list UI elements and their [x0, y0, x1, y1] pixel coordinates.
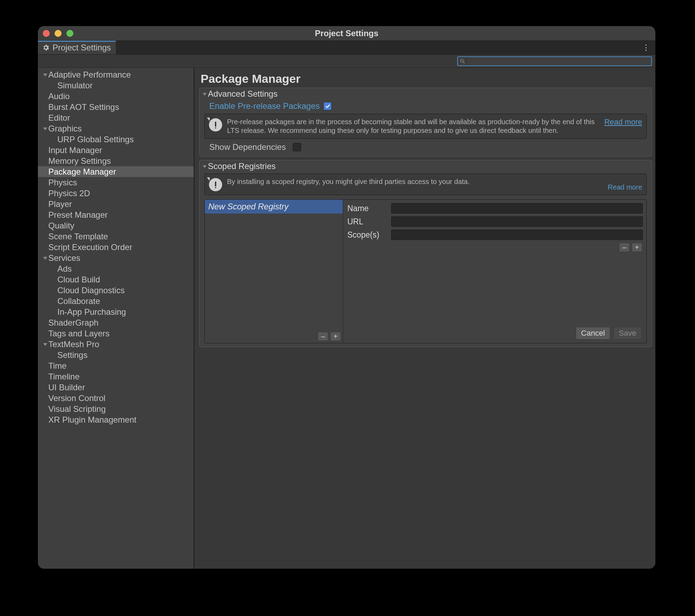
show-dependencies-checkbox[interactable]	[293, 143, 301, 151]
sidebar-item-label: Physics	[48, 178, 77, 187]
save-button[interactable]: Save	[614, 327, 641, 339]
prerelease-info-box: i Pre-release packages are in the proces…	[204, 114, 647, 139]
sidebar-item[interactable]: Simulator	[38, 80, 194, 91]
sidebar-item[interactable]: Settings	[38, 350, 194, 360]
sidebar-item[interactable]: Preset Manager	[38, 209, 194, 220]
sidebar-item[interactable]: Time	[38, 360, 194, 371]
registry-add-button[interactable]: +	[330, 332, 341, 341]
sidebar-item-label: Cloud Diagnostics	[57, 286, 124, 295]
tab-label: Project Settings	[52, 43, 111, 53]
window: Project Settings Project Settings ⋮ Adap…	[38, 26, 655, 569]
search-input-wrap[interactable]	[457, 56, 652, 66]
traffic-lights	[43, 30, 73, 37]
search-row	[38, 55, 655, 68]
section-header-scoped[interactable]: Scoped Registries	[200, 160, 652, 172]
sidebar-item[interactable]: Editor	[38, 112, 194, 123]
sidebar-item[interactable]: Visual Scripting	[38, 403, 194, 414]
sidebar-item[interactable]: Collaborate	[38, 296, 194, 306]
sidebar-item[interactable]: UI Builder	[38, 382, 194, 393]
form-label-url: URL	[347, 217, 388, 226]
tab-project-settings[interactable]: Project Settings	[38, 41, 116, 54]
sidebar-item[interactable]: Cloud Diagnostics	[38, 285, 194, 296]
main-panel: Package Manager Advanced Settings Enable…	[194, 68, 655, 569]
sidebar-item[interactable]: Cloud Build	[38, 274, 194, 285]
sidebar-item-label: Version Control	[48, 393, 105, 403]
registry-scopes-input[interactable]	[391, 230, 643, 240]
sidebar-item-label: ShaderGraph	[48, 318, 98, 328]
sidebar-item[interactable]: Services	[38, 253, 194, 263]
sidebar-item-label: Time	[48, 361, 66, 371]
sidebar-item[interactable]: Timeline	[38, 371, 194, 382]
sidebar-item[interactable]: Burst AOT Settings	[38, 102, 194, 112]
scope-remove-button[interactable]: –	[619, 243, 630, 252]
scope-add-button[interactable]: +	[632, 243, 642, 252]
search-icon	[458, 57, 467, 65]
registry-remove-button[interactable]: –	[318, 332, 328, 341]
sidebar-item[interactable]: Ads	[38, 263, 194, 274]
section-header-advanced[interactable]: Advanced Settings	[200, 88, 652, 100]
sidebar-item[interactable]: Graphics	[38, 123, 194, 134]
sidebar-item[interactable]: Memory Settings	[38, 155, 194, 166]
registry-list[interactable]: New Scoped Registry – +	[205, 200, 343, 343]
sidebar-item-label: Preset Manager	[48, 210, 108, 220]
sidebar-item[interactable]: Player	[38, 199, 194, 209]
sidebar-item[interactable]: Script Execution Order	[38, 242, 194, 253]
sidebar-item[interactable]: Version Control	[38, 393, 194, 403]
registry-name-input[interactable]	[391, 203, 643, 214]
kebab-menu-icon[interactable]: ⋮	[640, 41, 652, 54]
sidebar-item[interactable]: TextMesh Pro	[38, 339, 194, 350]
registry-form: Name URL Scope(s)	[347, 200, 646, 343]
search-input[interactable]	[467, 57, 651, 65]
read-more-link[interactable]: Read more	[608, 183, 642, 191]
sidebar-item[interactable]: Adaptive Performance	[38, 69, 194, 80]
chevron-down-icon[interactable]	[42, 256, 48, 260]
sidebar-item[interactable]: Package Manager	[38, 166, 194, 177]
sidebar-item-label: Audio	[48, 91, 70, 101]
read-more-link[interactable]: Read more	[604, 118, 642, 127]
sidebar-item[interactable]: Audio	[38, 91, 194, 102]
sidebar-item-label: In-App Purchasing	[57, 307, 126, 317]
form-label-name: Name	[347, 204, 388, 213]
zoom-window-icon[interactable]	[66, 30, 73, 37]
section-scoped-registries: Scoped Registries i By installing a scop…	[199, 160, 652, 347]
sidebar-item-label: Memory Settings	[48, 156, 111, 166]
cancel-button[interactable]: Cancel	[576, 327, 610, 339]
sidebar-item[interactable]: XR Plugin Management	[38, 414, 194, 425]
sidebar-item[interactable]: In-App Purchasing	[38, 306, 194, 317]
registry-list-item[interactable]: New Scoped Registry	[205, 200, 343, 214]
gear-icon	[42, 44, 50, 51]
sidebar-item-label: TextMesh Pro	[48, 339, 99, 349]
chevron-down-icon[interactable]	[42, 342, 48, 346]
sidebar-item-label: Settings	[57, 350, 88, 360]
chevron-down-icon[interactable]	[42, 127, 48, 131]
info-text: Pre-release packages are in the process …	[227, 118, 599, 135]
sidebar-item[interactable]: Tags and Layers	[38, 328, 194, 339]
sidebar-item-label: Adaptive Performance	[48, 70, 131, 80]
sidebar-item[interactable]: URP Global Settings	[38, 134, 194, 145]
info-text: By installing a scoped registry, you mig…	[227, 177, 603, 186]
sidebar-item[interactable]: ShaderGraph	[38, 317, 194, 328]
sidebar-item-label: Editor	[48, 113, 70, 123]
chevron-down-icon[interactable]	[42, 73, 48, 77]
sidebar-item-label: Ads	[57, 264, 72, 274]
section-title: Advanced Settings	[208, 89, 277, 99]
close-window-icon[interactable]	[43, 30, 50, 37]
tabbar: Project Settings ⋮	[38, 41, 655, 55]
sidebar-item[interactable]: Physics 2D	[38, 188, 194, 199]
sidebar-item-label: Player	[48, 199, 72, 209]
sidebar-item-label: Cloud Build	[57, 275, 100, 285]
minimize-window-icon[interactable]	[55, 30, 62, 37]
sidebar-item[interactable]: Quality	[38, 220, 194, 231]
sidebar-item-label: Timeline	[48, 372, 80, 382]
window-title: Project Settings	[315, 29, 379, 38]
sidebar-item[interactable]: Input Manager	[38, 145, 194, 155]
sidebar[interactable]: Adaptive PerformanceSimulatorAudioBurst …	[38, 68, 194, 569]
sidebar-item[interactable]: Physics	[38, 177, 194, 188]
registry-url-input[interactable]	[391, 216, 643, 227]
section-title: Scoped Registries	[208, 161, 276, 171]
info-icon: i	[209, 118, 222, 131]
sidebar-item-label: Package Manager	[48, 167, 116, 177]
enable-prerelease-checkbox[interactable]	[323, 102, 332, 110]
sidebar-item[interactable]: Scene Template	[38, 231, 194, 242]
sidebar-item-label: XR Plugin Management	[48, 415, 136, 425]
